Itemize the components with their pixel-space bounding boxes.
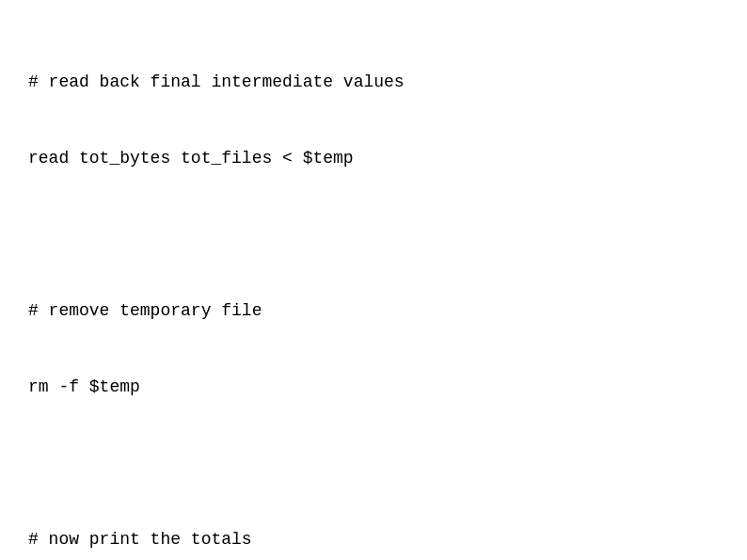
code-line-3: # remove temporary file (28, 298, 719, 324)
section-gap-2 (28, 451, 719, 476)
section-gap-1 (28, 222, 719, 248)
code-line-2: read tot_bytes tot_files < $temp (28, 146, 719, 171)
code-line-1: # read back final intermediate values (28, 70, 719, 95)
code-block: # read back final intermediate values re… (0, 0, 747, 560)
code-line-4: rm -f $temp (28, 375, 719, 400)
code-line-5: # now print the totals (28, 527, 719, 552)
